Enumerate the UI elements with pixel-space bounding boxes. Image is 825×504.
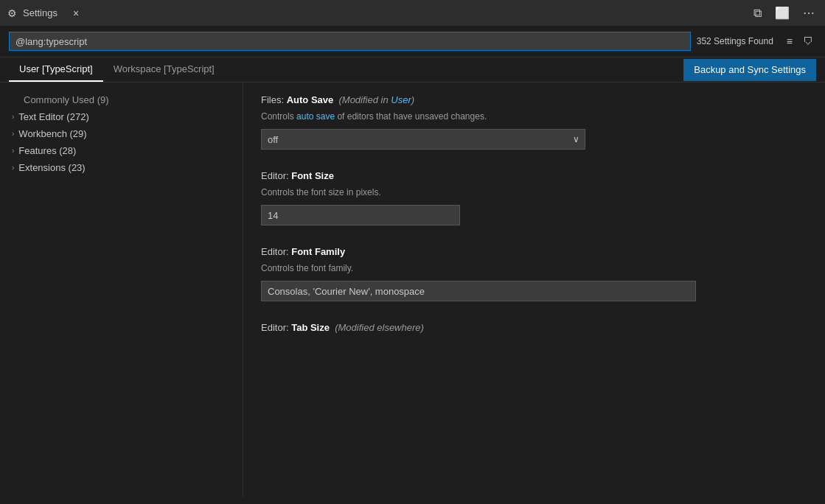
font-size-input[interactable]: [261, 205, 460, 225]
content-panel: Files: Auto Save (Modified in User) Cont…: [243, 83, 825, 497]
auto-save-select-wrapper: off afterDelay onFocusChange onWindowCha…: [261, 129, 585, 150]
settings-icon: ⚙: [7, 7, 17, 19]
setting-files-auto-save-desc: Controls auto save of editors that have …: [261, 110, 807, 123]
setting-title-bold: Font Size: [291, 170, 334, 181]
close-tab-button[interactable]: ×: [69, 6, 83, 21]
font-family-input[interactable]: [261, 281, 696, 301]
setting-editor-font-size-desc: Controls the font size in pixels.: [261, 186, 807, 199]
search-input[interactable]: [9, 32, 691, 51]
setting-files-auto-save: Files: Auto Save (Modified in User) Cont…: [261, 94, 807, 150]
setting-editor-font-size-title: Editor: Font Size: [261, 170, 807, 181]
tab-workspace-typescript[interactable]: Workspace [TypeScript]: [103, 57, 225, 82]
setting-title-prefix: Editor:: [261, 322, 291, 333]
title-bar: ⚙ Settings × ⧉ ⬜ ⋯: [0, 0, 825, 26]
setting-title-prefix: Editor:: [261, 246, 291, 257]
sidebar-item-workbench[interactable]: › Workbench (29): [0, 125, 243, 142]
tabs-row: User [TypeScript] Workspace [TypeScript]…: [0, 57, 825, 83]
more-actions-button[interactable]: ⋯: [800, 4, 818, 21]
auto-save-select[interactable]: off afterDelay onFocusChange onWindowCha…: [261, 129, 585, 150]
setting-files-auto-save-title: Files: Auto Save (Modified in User): [261, 94, 807, 105]
setting-title-prefix: Editor:: [261, 170, 291, 181]
title-bar-title: Settings: [23, 7, 58, 18]
filter-icon[interactable]: ⛉: [800, 34, 816, 49]
backup-sync-button[interactable]: Backup and Sync Settings: [683, 59, 816, 81]
setting-title-bold: Font Family: [291, 246, 345, 257]
search-icons: ≡ ⛉: [784, 34, 816, 49]
chevron-right-icon: ›: [12, 130, 14, 138]
title-bar-right: ⧉ ⬜ ⋯: [751, 4, 818, 21]
setting-title-bold: Tab Size: [291, 322, 330, 333]
setting-editor-tab-size-title: Editor: Tab Size (Modified elsewhere): [261, 322, 807, 333]
setting-title-modified-elsewhere: (Modified elsewhere): [330, 322, 424, 333]
setting-editor-font-size: Editor: Font Size Controls the font size…: [261, 170, 807, 225]
title-bar-left: ⚙ Settings ×: [7, 6, 83, 21]
sidebar-item-extensions[interactable]: › Extensions (23): [0, 159, 243, 176]
sidebar-item-commonly-used[interactable]: Commonly Used (9): [0, 91, 243, 108]
sidebar-item-features[interactable]: › Features (28): [0, 142, 243, 159]
setting-editor-font-family-title: Editor: Font Family: [261, 246, 807, 257]
main-layout: Commonly Used (9) › Text Editor (272) › …: [0, 83, 825, 497]
sidebar: Commonly Used (9) › Text Editor (272) › …: [0, 83, 243, 497]
setting-title-modified: (Modified in: [333, 94, 391, 105]
tabs-container: User [TypeScript] Workspace [TypeScript]: [9, 57, 225, 82]
split-editor-button[interactable]: ⧉: [751, 5, 765, 21]
setting-title-close: ): [411, 94, 414, 105]
sidebar-item-text-editor[interactable]: › Text Editor (272): [0, 108, 243, 125]
chevron-right-icon: ›: [12, 164, 14, 172]
setting-editor-font-family-desc: Controls the font family.: [261, 262, 807, 275]
setting-title-bold: Auto Save: [287, 94, 334, 105]
setting-editor-tab-size: Editor: Tab Size (Modified elsewhere): [261, 322, 807, 333]
chevron-right-icon: ›: [12, 113, 14, 121]
toggle-panel-button[interactable]: ⬜: [772, 4, 793, 21]
setting-editor-font-family: Editor: Font Family Controls the font fa…: [261, 246, 807, 301]
auto-save-link[interactable]: auto save: [296, 111, 335, 122]
setting-title-prefix: Files:: [261, 94, 287, 105]
search-bar: 352 Settings Found ≡ ⛉: [0, 26, 825, 57]
sort-icon[interactable]: ≡: [784, 34, 796, 49]
chevron-right-icon: ›: [12, 147, 14, 155]
results-count: 352 Settings Found: [697, 36, 773, 46]
setting-modified-link[interactable]: User: [391, 94, 411, 105]
tab-user-typescript[interactable]: User [TypeScript]: [9, 57, 103, 82]
